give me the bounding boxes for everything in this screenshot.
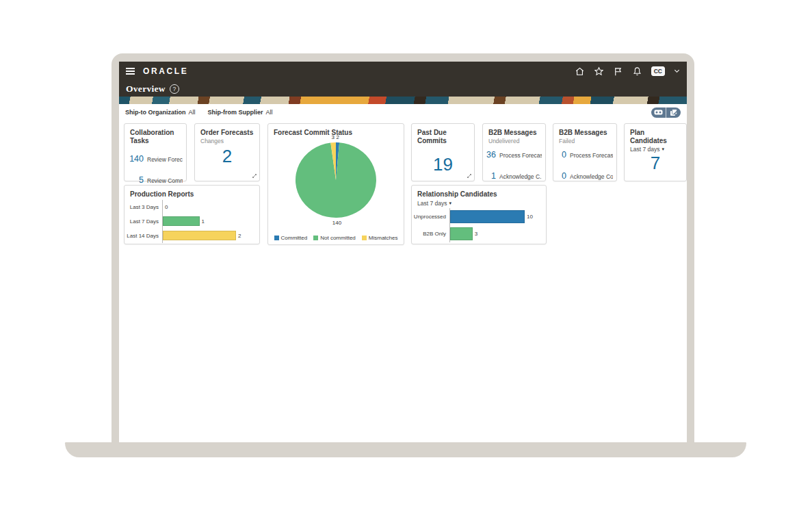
stat-label: Process Forecasts [570,152,613,159]
b2b-messages-failed-card: B2B Messages Failed 0 Process Forecasts … [553,123,617,181]
relationship-period-dropdown[interactable]: Last 7 days ▾ [412,199,546,207]
pie-data-label: 3 [331,134,334,140]
page-action-buttons [651,107,681,118]
stat-label: Review Comm... [147,177,183,184]
stat-value: 5 [128,175,144,185]
order-forecasts-card: Order Forecasts Changes 2 [194,123,260,181]
stat-value: 36 [486,150,496,160]
stat-label: Acknowledge C... [499,173,542,180]
bar-category-label: Unprocessed [412,214,449,220]
card-title: B2B Messages [553,124,616,137]
card-title: Plan Candidates [625,124,686,144]
past-due-commits-count[interactable]: 19 [412,155,474,175]
bar-value-label: 3 [475,231,477,237]
b2b-messages-undelivered-card: B2B Messages Undelivered 36 Process Fore… [482,123,546,181]
bar-category-label: Last 14 Days [125,233,162,239]
card-title: Order Forecasts [195,124,259,137]
stat-value: 1 [486,171,496,181]
notifications-icon[interactable] [632,66,642,77]
dropdown-caret-icon: ▾ [662,147,664,152]
bar-category-label: Last 3 Days [125,204,162,210]
plan-candidates-count[interactable]: 7 [625,153,686,173]
legend-item-mismatches: Mismatches [362,235,398,241]
bar-value-label: 0 [165,204,168,210]
bar-row-unprocessed: Unprocessed10 [412,208,546,225]
bar-category-label: B2B Only [412,231,449,237]
bar-row-last-7-days: Last 7 Days1 [125,214,259,229]
flag-icon[interactable] [613,66,623,77]
bar-value-label: 10 [527,214,533,220]
laptop-base [65,442,746,457]
acknowledge-stat[interactable]: 0 Acknowledge Co... [553,171,616,181]
menu-icon[interactable] [126,68,135,75]
stat-value: 140 [128,154,144,164]
bar-row-last-3-days: Last 3 Days0 [125,200,259,214]
favorites-icon[interactable] [594,66,604,77]
page-title: Overview [126,84,166,94]
legend-label: Not committed [320,235,356,241]
edit-page-button[interactable] [666,107,681,118]
card-subtitle: Failed [553,137,616,144]
home-icon[interactable] [575,66,585,77]
edit-page-icon [670,109,678,116]
stat-label: Review Foreca... [147,156,183,163]
legend-item-not-committed: Not committed [313,235,356,241]
stat-value: 0 [557,150,566,160]
refresh-icon [654,109,663,116]
production-reports-chart[interactable]: Last 3 Days0Last 7 Days1Last 14 Days2 [125,200,259,243]
relationship-candidates-card: Relationship Candidates Last 7 days ▾ Un… [411,185,547,244]
page-title-bar: Overview ? [119,81,687,97]
relationship-candidates-chart[interactable]: Unprocessed10B2B Only3 [412,208,546,242]
bar-unprocessed[interactable] [450,210,525,223]
pie-svg [268,137,404,233]
card-title: Relationship Candidates [412,186,546,199]
forecast-commit-pie-chart[interactable]: 21403 [268,137,404,233]
stat-label: Acknowledge Co... [570,173,613,180]
oracle-logo: ORACLE [143,66,188,76]
legend-label: Committed [281,235,308,241]
bar-value-label: 2 [238,233,241,239]
legend-swatch [313,236,318,240]
plan-candidates-card: Plan Candidates Last 7 days ▾ 7 [624,123,687,181]
production-reports-card: Production Reports Last 3 Days0Last 7 Da… [124,185,260,244]
resize-handle-icon[interactable] [252,173,257,179]
bar-category-label: Last 7 Days [125,218,162,225]
acknowledge-stat[interactable]: 1 Acknowledge C... [483,171,545,181]
card-title: Production Reports [125,186,259,199]
card-subtitle: Changes [195,137,259,144]
app-header: ORACLE CC [119,62,687,81]
process-forecasts-stat[interactable]: 36 Process Forecasts [483,150,545,160]
filter-bar: Ship-to Organization All Ship-from Suppl… [119,104,687,120]
help-icon[interactable]: ? [170,84,179,94]
user-avatar[interactable]: CC [651,66,665,77]
ship-to-org-value[interactable]: All [189,109,196,116]
period-label: Last 7 days [417,200,447,207]
legend-item-committed: Committed [274,235,308,241]
laptop-screen: ORACLE CC Overview ? Ship-to Organ [119,62,687,442]
plan-candidates-period-dropdown[interactable]: Last 7 days ▾ [625,144,686,153]
bar-area: 1 [162,214,259,229]
legend-swatch [362,236,367,240]
ship-from-supplier-label: Ship-from Supplier [208,109,263,116]
bar-area: 0 [162,200,259,214]
bar-row-last-14-days: Last 14 Days2 [125,229,259,243]
dropdown-caret-icon: ▾ [449,201,451,206]
bar-b2b-only[interactable] [450,227,473,240]
past-due-commits-card: Past Due Commits 19 [411,123,475,181]
ship-from-supplier-value[interactable]: All [266,109,273,116]
bar-last-14-days[interactable] [163,231,236,240]
stat-value: 0 [557,171,566,181]
review-forecasts-stat[interactable]: 140 Review Foreca... [125,154,186,164]
card-subtitle: Undelivered [483,137,545,144]
laptop-screen-bezel: ORACLE CC Overview ? Ship-to Organ [112,53,694,442]
chevron-down-icon[interactable] [674,68,680,74]
collaboration-tasks-card: Collaboration Tasks 140 Review Foreca...… [124,123,187,181]
order-forecasts-count[interactable]: 2 [195,147,259,166]
card-title: Collaboration Tasks [125,124,186,144]
refresh-button[interactable] [651,107,666,118]
bar-area: 2 [162,229,259,243]
review-commits-stat[interactable]: 5 Review Comm... [125,175,186,185]
process-forecasts-stat[interactable]: 0 Process Forecasts [553,150,616,160]
resize-handle-icon[interactable] [467,173,472,179]
bar-last-7-days[interactable] [163,216,200,226]
